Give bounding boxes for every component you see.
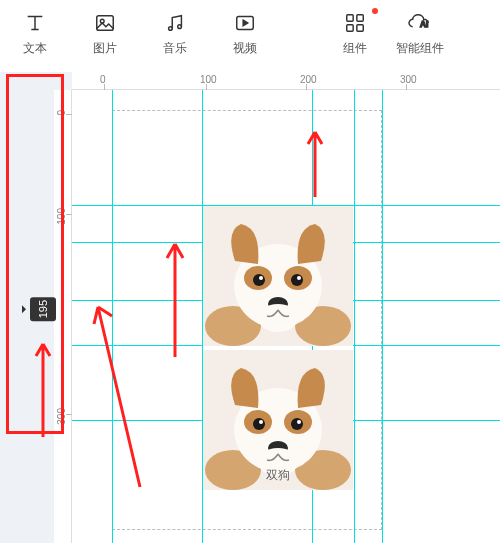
ruler-mark: 300 <box>400 74 417 85</box>
toolbar: 文本 图片 音乐 视频 组件 AI 智能组件 <box>0 0 500 65</box>
music-icon <box>162 10 188 36</box>
image-tool-button[interactable]: 图片 <box>70 10 140 57</box>
svg-point-16 <box>253 274 265 286</box>
dog-illustration <box>203 206 353 346</box>
svg-rect-0 <box>97 16 114 31</box>
svg-point-2 <box>169 27 173 31</box>
ruler-position-marker: 195 <box>30 297 56 321</box>
ai-component-tool-button[interactable]: AI 智能组件 <box>390 10 450 57</box>
svg-point-18 <box>259 276 263 280</box>
svg-point-21 <box>258 304 298 332</box>
new-indicator-dot <box>372 8 378 14</box>
svg-point-19 <box>297 276 301 280</box>
image-caption: 双狗 <box>266 467 290 484</box>
guideline-vertical[interactable] <box>354 90 355 543</box>
svg-point-30 <box>259 420 263 424</box>
component-tool-label: 组件 <box>343 40 367 57</box>
svg-point-3 <box>178 25 182 29</box>
image-tool-label: 图片 <box>93 40 117 57</box>
video-tool-label: 视频 <box>233 40 257 57</box>
svg-rect-5 <box>347 15 353 21</box>
annotation-arrow-icon <box>28 332 58 442</box>
text-icon <box>22 10 48 36</box>
svg-rect-8 <box>357 25 363 31</box>
ruler-mark: 200 <box>300 74 317 85</box>
ai-component-tool-label: 智能组件 <box>396 40 444 57</box>
canvas-image[interactable] <box>203 206 353 346</box>
design-workspace: 0 100 200 300 0 100 300 <box>0 72 500 543</box>
video-icon <box>232 10 258 36</box>
svg-rect-6 <box>357 15 363 21</box>
ruler-mark: 100 <box>200 74 217 85</box>
canvas-image[interactable]: 双狗 <box>203 350 353 490</box>
component-tool-button[interactable]: 组件 <box>320 10 390 57</box>
annotation-arrow-icon <box>155 232 195 362</box>
annotation-arrow-icon <box>80 292 160 492</box>
video-tool-button[interactable]: 视频 <box>210 10 280 57</box>
svg-point-28 <box>253 418 265 430</box>
guideline-vertical[interactable] <box>382 90 383 543</box>
horizontal-ruler[interactable]: 0 100 200 300 <box>72 72 500 90</box>
text-tool-button[interactable]: 文本 <box>0 10 70 57</box>
component-icon <box>342 10 368 36</box>
svg-point-29 <box>291 418 303 430</box>
svg-rect-7 <box>347 25 353 31</box>
image-icon <box>92 10 118 36</box>
text-tool-label: 文本 <box>23 40 47 57</box>
music-tool-label: 音乐 <box>163 40 187 57</box>
annotation-arrow-icon <box>300 122 330 202</box>
music-tool-button[interactable]: 音乐 <box>140 10 210 57</box>
ai-icon: AI <box>407 10 433 36</box>
svg-point-31 <box>297 420 301 424</box>
svg-point-17 <box>291 274 303 286</box>
svg-text:AI: AI <box>420 20 428 29</box>
